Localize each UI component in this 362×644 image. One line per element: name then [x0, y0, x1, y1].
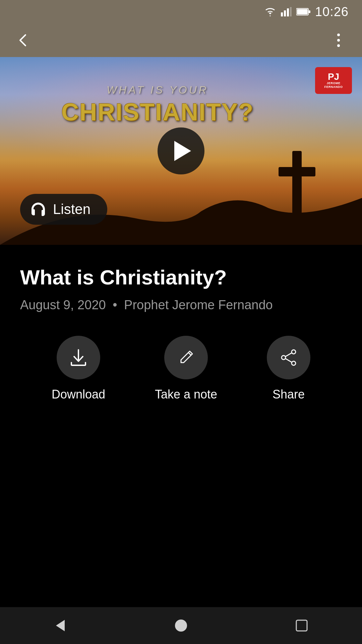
svg-point-13 [175, 620, 187, 632]
status-time: 10:26 [315, 5, 349, 19]
take-note-circle [164, 336, 208, 379]
sermon-meta: August 9, 2020 • Prophet Jerome Fernando [20, 298, 342, 312]
signal-icon [281, 7, 292, 16]
svg-point-8 [292, 361, 296, 365]
svg-rect-2 [287, 8, 289, 16]
svg-point-7 [292, 350, 296, 354]
cross-horizontal [279, 167, 315, 176]
svg-rect-3 [290, 7, 292, 16]
share-icon [279, 348, 298, 367]
nav-recent-button[interactable] [288, 612, 315, 639]
listen-button[interactable]: Listen [20, 194, 107, 225]
video-subtitle: What is Your [20, 84, 295, 96]
download-action[interactable]: Download [52, 336, 105, 401]
sermon-title: What is Christianity? [20, 265, 342, 290]
download-icon [69, 348, 88, 367]
svg-line-11 [286, 359, 292, 362]
nav-back-button[interactable] [47, 612, 74, 639]
take-note-label: Take a note [155, 387, 217, 401]
share-action[interactable]: Share [267, 336, 310, 401]
video-main-title: CHRISTIANITY? [20, 99, 295, 125]
wifi-icon [264, 7, 276, 16]
logo-badge: PJ JEROMEFERNANDO [315, 67, 352, 94]
nav-home-button[interactable] [168, 612, 194, 639]
svg-rect-0 [281, 12, 283, 16]
status-bar: 10:26 [0, 0, 362, 23]
more-dot [337, 39, 340, 42]
svg-rect-14 [296, 620, 307, 631]
battery-icon [296, 8, 310, 16]
video-title-overlay: What is Your CHRISTIANITY? [20, 84, 295, 125]
top-bar [0, 23, 362, 57]
take-note-action[interactable]: Take a note [155, 336, 217, 401]
play-button[interactable] [158, 127, 204, 174]
video-thumbnail: What is Your CHRISTIANITY? PJ JEROMEFERN… [0, 57, 362, 245]
logo-initials: PJ [328, 72, 339, 82]
download-label: Download [52, 387, 105, 401]
action-buttons: Download Take a note [20, 336, 342, 401]
cross-vertical [292, 151, 302, 218]
listen-label: Listen [53, 201, 90, 217]
meta-separator: • [113, 298, 117, 312]
svg-rect-1 [284, 10, 286, 16]
thumbnail-background: What is Your CHRISTIANITY? PJ JEROMEFERN… [0, 57, 362, 245]
content-area: What is Christianity? August 9, 2020 • P… [0, 245, 362, 415]
status-icons: 10:26 [264, 5, 349, 19]
share-circle [267, 336, 310, 379]
svg-line-10 [286, 353, 292, 357]
logo-name: JEROMEFERNANDO [324, 82, 343, 89]
sermon-date: August 9, 2020 [20, 298, 106, 312]
svg-point-9 [282, 356, 286, 360]
more-button[interactable] [328, 30, 349, 50]
svg-rect-5 [308, 10, 310, 13]
cross-silhouette [292, 151, 302, 218]
download-circle [57, 336, 100, 379]
headphone-icon [29, 201, 47, 218]
pencil-icon [176, 348, 196, 367]
svg-rect-6 [297, 9, 308, 14]
back-button[interactable] [13, 30, 34, 50]
nav-bar [0, 607, 362, 644]
play-triangle [174, 141, 191, 161]
share-label: Share [273, 387, 305, 401]
more-dot [337, 44, 340, 47]
more-dot [337, 34, 340, 36]
svg-marker-12 [56, 620, 65, 631]
sermon-author: Prophet Jerome Fernando [124, 298, 273, 312]
